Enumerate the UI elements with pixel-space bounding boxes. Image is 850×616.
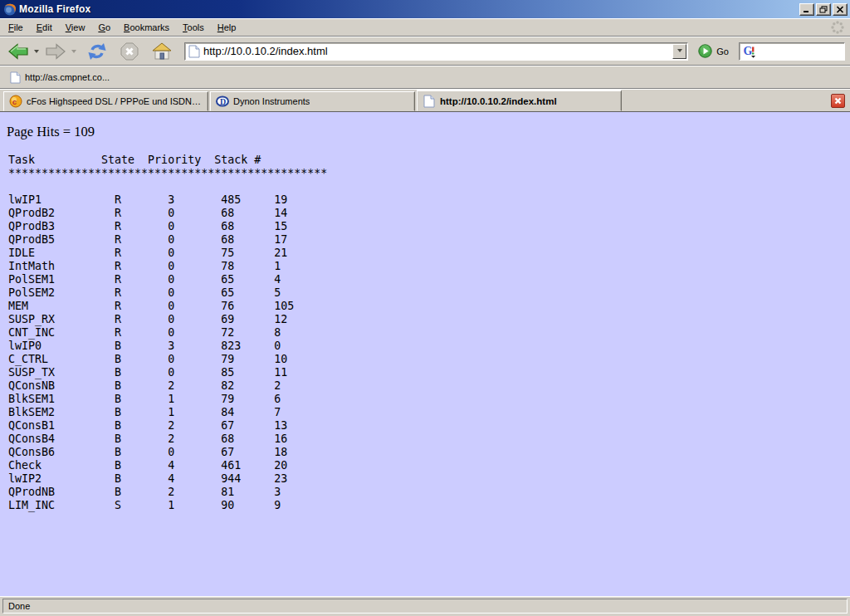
url-bar: [184, 42, 688, 61]
svg-text:G: G: [744, 45, 753, 57]
tab-index-html-active[interactable]: http://10.0.10.2/index.html: [417, 90, 622, 111]
close-button[interactable]: [833, 3, 848, 16]
home-icon: [152, 42, 172, 61]
menu-tools[interactable]: Tools: [176, 20, 211, 35]
minimize-icon: [803, 6, 811, 13]
search-input[interactable]: [758, 46, 844, 57]
bookmark-item[interactable]: http://as.cmpnet.co...: [5, 69, 115, 86]
bookmarks-toolbar: http://as.cmpnet.co...: [0, 66, 850, 89]
tab-close-button[interactable]: [831, 94, 845, 108]
reload-icon: [87, 42, 107, 61]
tab-label: http://10.0.10.2/index.html: [440, 96, 557, 106]
status-bar: Done: [0, 596, 850, 616]
tab-bar: c cFos Highspeed DSL / PPPoE und ISDN CA…: [0, 89, 850, 112]
page-hits-text: Page Hits = 109: [7, 124, 843, 140]
status-text: Done: [8, 601, 30, 611]
go-icon: [698, 44, 712, 58]
menu-help[interactable]: Help: [211, 20, 243, 35]
close-icon: [836, 6, 844, 13]
page-icon: [10, 71, 21, 84]
minimize-button[interactable]: [799, 3, 814, 16]
page-content: Page Hits = 109 Task State Priority Stac…: [0, 112, 850, 596]
task-table: Task State Priority Stack # ************…: [8, 154, 843, 512]
go-label: Go: [716, 46, 729, 56]
page-icon: [423, 95, 436, 108]
status-field: Done: [2, 599, 848, 614]
back-button[interactable]: [5, 40, 32, 63]
tab-label: cFos Highspeed DSL / PPPoE und ISDN CAP.…: [27, 96, 203, 106]
menu-bar: File Edit View Go Bookmarks Tools Help: [0, 18, 850, 37]
home-button[interactable]: [149, 40, 174, 63]
menu-edit[interactable]: Edit: [30, 20, 59, 35]
search-box: G: [739, 42, 845, 61]
navigation-toolbar: Go G: [0, 37, 850, 66]
stop-button[interactable]: [118, 40, 141, 63]
firefox-logo-icon: [3, 2, 17, 16]
svg-text:c: c: [12, 98, 17, 106]
forward-button[interactable]: [42, 40, 69, 63]
cfos-icon: c: [9, 95, 22, 108]
forward-icon: [45, 42, 66, 61]
window-controls: [799, 3, 848, 16]
tab-label: Dynon Instruments: [233, 96, 310, 106]
restore-button[interactable]: [816, 3, 831, 16]
firefox-window: Mozilla Firefox File Edit View Go Bookma…: [0, 0, 850, 616]
title-bar: Mozilla Firefox: [0, 0, 850, 18]
page-icon: [188, 45, 200, 58]
menu-bookmarks[interactable]: Bookmarks: [117, 20, 176, 35]
dynon-icon: D: [216, 95, 229, 108]
url-input[interactable]: [203, 44, 672, 59]
stop-icon: [120, 42, 139, 61]
menu-file[interactable]: File: [2, 20, 30, 35]
menu-view[interactable]: View: [59, 20, 92, 35]
svg-text:D: D: [220, 97, 226, 106]
back-dropdown-caret[interactable]: [34, 50, 39, 56]
throbber-idle-icon: [830, 20, 845, 35]
tab-dynon[interactable]: D Dynon Instruments: [210, 91, 415, 111]
menu-go[interactable]: Go: [91, 20, 117, 35]
reload-button[interactable]: [85, 40, 110, 63]
google-g-icon: G: [742, 44, 756, 58]
back-icon: [7, 42, 29, 61]
bookmark-label: http://as.cmpnet.co...: [25, 72, 110, 82]
url-dropdown-button[interactable]: [672, 44, 686, 59]
forward-dropdown-caret[interactable]: [71, 50, 76, 56]
go-button[interactable]: Go: [698, 44, 729, 58]
tab-close-icon: [834, 97, 842, 105]
restore-icon: [819, 6, 828, 13]
window-title: Mozilla Firefox: [19, 3, 90, 15]
tab-cfos[interactable]: c cFos Highspeed DSL / PPPoE und ISDN CA…: [3, 91, 208, 111]
